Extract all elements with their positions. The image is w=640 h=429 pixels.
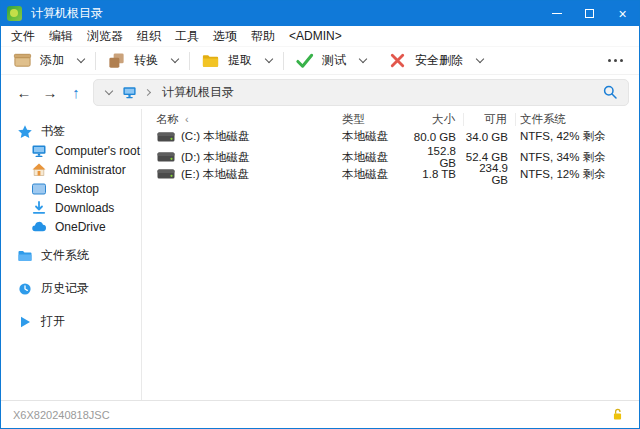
sort-indicator-icon: ‹ (185, 113, 189, 125)
drive-filesystem: NTFS, 12% 剩余 (516, 167, 639, 182)
menu-tools[interactable]: 工具 (168, 28, 206, 45)
test-check-icon (295, 51, 314, 70)
history-icon (17, 281, 33, 297)
drive-filesystem: NTFS, 34% 剩余 (516, 150, 639, 165)
menu-options[interactable]: 选项 (206, 28, 244, 45)
table-row-drive-e[interactable]: (E:) 本地磁盘 本地磁盘 1.8 TB 234.9 GB NTFS, 12%… (156, 162, 639, 179)
drive-type: 本地磁盘 (342, 150, 412, 165)
chevron-right-icon (144, 88, 151, 95)
hard-drive-icon (157, 151, 175, 163)
toolbar: 添加 转换 提取 测试 (1, 47, 639, 75)
sidebar-item-desktop[interactable]: Desktop (1, 179, 141, 198)
unlocked-padlock-icon[interactable] (610, 407, 625, 422)
chevron-down-icon[interactable] (171, 55, 179, 63)
sidebar-item-history[interactable]: 历史记录 (1, 279, 141, 298)
drive-free: 234.9 GB (464, 162, 516, 186)
extract-button[interactable]: 提取 (201, 51, 272, 70)
maximize-button[interactable] (573, 1, 606, 26)
menu-file[interactable]: 文件 (4, 28, 42, 45)
sidebar-item-label: 文件系统 (41, 247, 89, 264)
sidebar-item-label: OneDrive (55, 220, 106, 234)
hard-drive-icon (157, 131, 175, 143)
drive-name: (C:) 本地磁盘 (181, 129, 249, 144)
close-button[interactable]: × (606, 1, 639, 26)
convert-icon (107, 51, 126, 70)
sidebar-item-downloads[interactable]: Downloads (1, 198, 141, 217)
convert-button[interactable]: 转换 (107, 51, 178, 70)
column-header-filesystem[interactable]: 文件系统 (516, 113, 639, 126)
computer-icon[interactable] (122, 85, 137, 100)
chevron-down-icon[interactable] (77, 55, 85, 63)
search-button[interactable] (602, 84, 618, 100)
drive-size: 1.8 TB (412, 168, 464, 180)
desktop-icon (31, 181, 47, 197)
more-options-button[interactable] (608, 59, 627, 62)
sidebar-item-bookmarks[interactable]: 书签 (1, 122, 141, 141)
column-header-name[interactable]: 名称‹ (156, 113, 342, 126)
maximize-icon (585, 9, 594, 18)
chevron-down-icon[interactable] (476, 55, 484, 63)
back-button[interactable]: ← (11, 84, 37, 101)
table-row-drive-c[interactable]: (C:) 本地磁盘 本地磁盘 80.0 GB 34.0 GB NTFS, 42%… (156, 128, 639, 145)
close-icon: × (618, 7, 626, 21)
sidebar-item-computers-root[interactable]: Computer's root (1, 141, 141, 160)
sidebar-item-onedrive[interactable]: OneDrive (1, 217, 141, 236)
window-title: 计算机根目录 (31, 5, 103, 22)
extract-label: 提取 (228, 52, 252, 69)
extract-folder-icon (201, 51, 220, 70)
secure-delete-icon (388, 51, 407, 70)
app-window: 计算机根目录 × 文件 编辑 浏览器 组织 工具 选项 帮助 <ADMIN> 添… (0, 0, 640, 429)
table-row-drive-d[interactable]: (D:) 本地磁盘 本地磁盘 152.8 GB 52.4 GB NTFS, 34… (156, 145, 639, 162)
address-bar[interactable]: 计算机根目录 (93, 79, 629, 106)
menu-organize[interactable]: 组织 (130, 28, 168, 45)
cloud-icon (31, 219, 47, 235)
toolbar-separator (283, 52, 284, 70)
more-options-icon (608, 59, 611, 62)
add-button[interactable]: 添加 (13, 51, 84, 70)
minimize-icon (552, 13, 562, 14)
sidebar-item-label: Administrator (55, 163, 126, 177)
toolbar-separator (189, 52, 190, 70)
add-label: 添加 (40, 52, 64, 69)
menu-browser[interactable]: 浏览器 (80, 28, 130, 45)
home-icon (31, 162, 47, 178)
menu-edit[interactable]: 编辑 (42, 28, 80, 45)
status-bar: X6X820240818JSC (1, 400, 639, 428)
chevron-down-icon[interactable] (265, 55, 273, 63)
column-header-free[interactable]: 可用 (464, 113, 516, 126)
sidebar-item-label: Desktop (55, 182, 99, 196)
search-icon (602, 84, 618, 100)
minimize-button[interactable] (540, 1, 573, 26)
test-button[interactable]: 测试 (295, 51, 366, 70)
drive-size: 80.0 GB (412, 131, 464, 143)
menubar: 文件 编辑 浏览器 组织 工具 选项 帮助 <ADMIN> (1, 26, 639, 47)
column-header-type[interactable]: 类型 (342, 113, 412, 126)
convert-label: 转换 (134, 52, 158, 69)
up-button[interactable]: ↑ (63, 84, 89, 101)
column-header-size[interactable]: 大小 (412, 113, 464, 126)
drive-type: 本地磁盘 (342, 129, 412, 144)
table-header: 名称‹ 类型 大小 可用 文件系统 (156, 111, 639, 128)
menu-help[interactable]: 帮助 (244, 28, 282, 45)
archive-add-icon (13, 51, 32, 70)
address-path[interactable]: 计算机根目录 (162, 84, 234, 101)
drive-type: 本地磁盘 (342, 167, 412, 182)
folder-icon (17, 248, 33, 264)
forward-button[interactable]: → (37, 84, 63, 101)
sidebar-item-open[interactable]: 打开 (1, 312, 141, 331)
chevron-down-icon[interactable] (105, 87, 113, 95)
chevron-down-icon[interactable] (359, 55, 367, 63)
sidebar-item-administrator[interactable]: Administrator (1, 160, 141, 179)
sidebar-item-label: 书签 (41, 123, 65, 140)
hard-drive-icon (157, 168, 175, 180)
sidebar-item-filesystem[interactable]: 文件系统 (1, 246, 141, 265)
monitor-icon (31, 143, 47, 159)
secure-delete-button[interactable]: 安全删除 (388, 51, 483, 70)
content-area: 书签 Computer's root Administrator Desktop (1, 109, 639, 400)
drive-free: 34.0 GB (464, 131, 516, 143)
sidebar-item-label: 打开 (41, 313, 65, 330)
secure-delete-label: 安全删除 (415, 52, 463, 69)
play-icon (17, 314, 33, 330)
window-controls: × (540, 1, 639, 26)
menu-admin[interactable]: <ADMIN> (282, 29, 349, 43)
